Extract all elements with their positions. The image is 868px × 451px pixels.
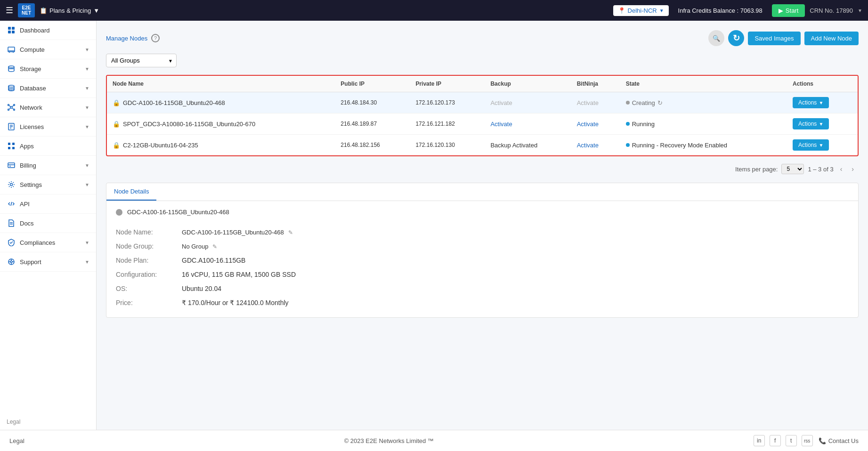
list-item: Configuration: 16 vCPU, 115 GB RAM, 1500…: [116, 267, 303, 282]
actions-button-row2[interactable]: Actions: [793, 118, 829, 129]
sidebar-item-settings[interactable]: Settings ▼: [0, 175, 96, 194]
compliances-icon: [7, 238, 16, 247]
field-value: 16 vCPU, 115 GB RAM, 1500 GB SSD: [182, 267, 303, 282]
pagination-next-button[interactable]: ›: [849, 164, 857, 174]
svg-point-8: [8, 66, 14, 68]
group-select[interactable]: All Groups Group 1 Group 2: [106, 54, 177, 67]
state-cell: Creating ↻: [620, 92, 787, 113]
public-ip-cell: 216.48.189.87: [335, 113, 410, 135]
linkedin-icon[interactable]: in: [754, 435, 765, 446]
node-details-tabs: Node Details: [106, 183, 858, 201]
sidebar-item-support[interactable]: Support ▼: [0, 252, 96, 272]
refresh-button[interactable]: ↻: [728, 30, 744, 46]
rss-icon[interactable]: rss: [802, 435, 813, 446]
pagination-prev-button[interactable]: ‹: [837, 164, 845, 174]
svg-line-18: [9, 108, 11, 109]
start-button[interactable]: ▶ Start: [772, 4, 805, 17]
contact-us-link[interactable]: 📞 Contact Us: [819, 437, 859, 444]
group-select-wrapper: All Groups Group 1 Group 2: [106, 54, 177, 67]
edit-node-group-icon[interactable]: ✎: [212, 243, 217, 250]
sidebar-item-apps[interactable]: Apps: [0, 137, 96, 156]
field-value: ₹ 170.0/Hour or ₹ 124100.0 Monthly: [182, 296, 303, 310]
lock-icon: 🔒: [113, 99, 120, 106]
field-label: Node Name:: [116, 225, 182, 239]
node-name-cell: 🔒 C2-12GB-Ubuntu16-04-235: [113, 142, 329, 149]
saved-images-button[interactable]: Saved Images: [748, 32, 800, 45]
billing-arrow-icon: ▼: [85, 163, 89, 168]
sidebar-item-compute[interactable]: Compute ▼: [0, 40, 96, 59]
nodes-table: Node Name Public IP Private IP Backup Bi…: [107, 76, 858, 155]
sidebar-item-api[interactable]: API: [0, 194, 96, 214]
actions-button-row3[interactable]: Actions: [793, 139, 829, 151]
sidebar-item-compliances[interactable]: Compliances ▼: [0, 233, 96, 252]
svg-point-10: [8, 85, 14, 87]
col-header-name: Node Name: [107, 76, 335, 92]
state-dot-icon: [626, 122, 630, 126]
field-label: OS:: [116, 282, 182, 296]
col-header-state: State: [620, 76, 787, 92]
tab-node-details[interactable]: Node Details: [106, 183, 156, 201]
legal-link[interactable]: Legal: [0, 414, 96, 430]
storage-icon: [7, 64, 16, 73]
svg-rect-28: [8, 163, 15, 168]
per-page-select[interactable]: 5 10 25: [781, 164, 804, 174]
node-details-title: GDC-A100-16-115GB_Ubuntu20-468: [116, 209, 849, 216]
bitninja-cell[interactable]: Activate: [571, 113, 620, 135]
support-icon: [7, 257, 16, 266]
search-button[interactable]: 🔍: [708, 30, 724, 46]
svg-point-36: [10, 261, 12, 263]
public-ip-cell: 216.48.184.30: [335, 92, 410, 113]
col-header-private-ip: Private IP: [410, 76, 485, 92]
sidebar-item-billing[interactable]: Billing ▼: [0, 156, 96, 175]
logo: E2ENET: [18, 3, 35, 17]
items-per-page-label: Items per page:: [735, 166, 778, 173]
facebook-icon[interactable]: f: [770, 435, 781, 446]
docs-icon: [7, 218, 16, 228]
footer-social: in f t rss: [754, 435, 813, 446]
svg-rect-0: [8, 27, 11, 30]
content-area: Manage Nodes ? 🔍 ↻ Saved Images Add New …: [97, 21, 868, 430]
table-row: 🔒 C2-12GB-Ubuntu16-04-235 216.48.182.156…: [107, 135, 858, 156]
actions-cell: Actions: [787, 113, 858, 135]
field-label: Configuration:: [116, 267, 182, 282]
sidebar-item-network[interactable]: Network ▼: [0, 98, 96, 117]
add-new-node-button[interactable]: Add New Node: [804, 32, 859, 45]
backup-cell: Activate: [485, 92, 571, 113]
crn-number[interactable]: CRN No. 17890: [810, 7, 853, 14]
hamburger-icon[interactable]: ☰: [6, 5, 13, 16]
actions-cell: Actions: [787, 92, 858, 113]
node-details-content: GDC-A100-16-115GB_Ubuntu20-468 Node Name…: [106, 201, 858, 317]
network-icon: [7, 103, 16, 112]
node-name-cell: 🔒 GDC-A100-16-115GB_Ubuntu20-468: [113, 99, 329, 106]
sidebar-item-dashboard[interactable]: Dashboard: [0, 21, 96, 40]
sidebar-item-licenses[interactable]: Licenses ▼: [0, 117, 96, 137]
table-row: 🔒 SPOT_GDC3-A10080-16-115GB_Ubuntu20-670…: [107, 113, 858, 135]
footer-legal[interactable]: Legal: [9, 437, 24, 444]
location-selector[interactable]: 📍 Delhi-NCR ▼: [613, 5, 669, 16]
help-icon[interactable]: ?: [151, 34, 160, 42]
public-ip-cell: 216.48.182.156: [335, 135, 410, 156]
node-name-cell: 🔒 SPOT_GDC3-A10080-16-115GB_Ubuntu20-670: [113, 121, 329, 128]
plans-pricing-menu[interactable]: 📋 Plans & Pricing ▼: [40, 7, 99, 14]
edit-node-name-icon[interactable]: ✎: [288, 229, 293, 236]
credits-balance: Infra Credits Balance : 7063.98: [678, 7, 763, 14]
footer: Legal © 2023 E2E Networks Limited ™ in f…: [0, 430, 868, 451]
backup-cell[interactable]: Activate: [485, 113, 571, 135]
api-icon: [7, 199, 16, 209]
sidebar-item-storage[interactable]: Storage ▼: [0, 59, 96, 79]
twitter-icon[interactable]: t: [786, 435, 797, 446]
sidebar-item-docs[interactable]: Docs: [0, 214, 96, 233]
list-item: Price: ₹ 170.0/Hour or ₹ 124100.0 Monthl…: [116, 296, 303, 310]
field-label: Price:: [116, 296, 182, 310]
state-cell: Running - Recovery Mode Enabled: [620, 135, 787, 156]
pagination: Items per page: 5 10 25 1 – 3 of 3 ‹ ›: [106, 161, 859, 177]
sidebar-item-database[interactable]: Database ▼: [0, 79, 96, 98]
actions-button-row1[interactable]: Actions: [793, 97, 829, 108]
node-info-table: Node Name: GDC-A100-16-115GB_Ubuntu20-46…: [116, 225, 303, 310]
svg-line-16: [9, 105, 11, 107]
bitninja-cell[interactable]: Activate: [571, 135, 620, 156]
phone-icon: 📞: [819, 437, 826, 444]
private-ip-cell: 172.16.120.130: [410, 135, 485, 156]
database-arrow-icon: ▼: [85, 86, 89, 91]
private-ip-cell: 172.16.121.182: [410, 113, 485, 135]
